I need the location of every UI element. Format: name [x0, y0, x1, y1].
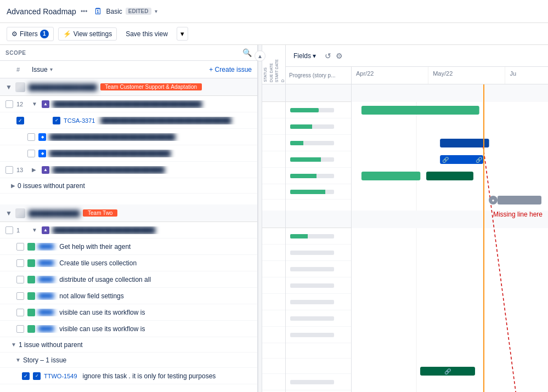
issue-key[interactable]: TCSA-3371: [64, 117, 95, 124]
status-spacer: [262, 200, 285, 211]
issue-key[interactable]: TTWO-1549: [44, 373, 77, 379]
row-num: 1: [16, 227, 32, 234]
row-checkbox[interactable]: [5, 226, 16, 234]
row-checkbox[interactable]: [16, 292, 27, 300]
row-checkbox[interactable]: [27, 150, 38, 157]
row-checkbox[interactable]: [5, 100, 16, 108]
row-checkbox[interactable]: [5, 166, 16, 174]
without-parent-expand-icon-2[interactable]: ▼: [11, 342, 16, 348]
gantt-inner-body: 🔗 🔗: [286, 84, 548, 392]
filters-button[interactable]: ⚙ Filters 1: [7, 27, 54, 41]
issue-type-icon: ▲: [42, 166, 49, 174]
progress-bar-fill: [290, 190, 325, 194]
row-content: ████ visible can use its workflow is: [27, 325, 252, 333]
row-checkbox[interactable]: ✓: [22, 372, 33, 380]
row-content: ████ Get help with their agent: [27, 243, 252, 251]
panel-divider[interactable]: ▲: [258, 45, 262, 392]
group-expand-1[interactable]: ▼: [5, 83, 12, 91]
view-settings-button[interactable]: ⚡ View settings: [58, 27, 117, 41]
without-parent-expand-icon[interactable]: ▶: [11, 183, 15, 189]
issue-text: Create tile users collection: [59, 259, 137, 267]
month-jun: Ju: [505, 67, 548, 84]
save-view-button[interactable]: Save this view: [121, 28, 172, 40]
create-issue-button[interactable]: + Create issue: [209, 66, 252, 73]
row-checkbox[interactable]: [27, 133, 38, 141]
row-content: ▼ ▲ ██████████████████████: [32, 226, 252, 234]
row-checkbox[interactable]: [16, 309, 27, 316]
gantt-bar-ttwo: 🔗: [420, 367, 475, 376]
issue-sort-icon[interactable]: ▾: [50, 66, 53, 72]
progress-bar-row: [286, 374, 351, 390]
issue-text: visible can use its workflow is: [59, 325, 145, 333]
story-label: Story – 1 issue: [23, 356, 66, 364]
status-row: [262, 135, 285, 151]
progress-bar-row: [286, 168, 351, 184]
row-checkbox[interactable]: [16, 243, 27, 251]
collapse-button[interactable]: ▲: [255, 50, 265, 61]
issue-type-icon: [27, 292, 35, 300]
progress-bar-row: [286, 261, 351, 277]
group-row-1: ▼ ████████████████ Team Customer Support…: [0, 78, 257, 96]
more-options-icon[interactable]: •••: [81, 8, 88, 15]
svg-rect-10: [426, 172, 473, 180]
fields-button[interactable]: Fields ▾: [290, 50, 319, 61]
progress-bar-bg: [290, 234, 334, 238]
progress-bar-row: [286, 277, 351, 294]
d-label: D: [281, 79, 285, 82]
issue-key[interactable]: ████: [38, 260, 54, 266]
list-item: ◆ ███████████████████████████: [0, 129, 257, 145]
group-name-2: ████████████: [29, 210, 80, 217]
status-row: [262, 228, 285, 245]
svg-rect-2: [352, 84, 548, 102]
group-row-2: ▼ ████████████ Team Two: [0, 204, 257, 222]
row-checkbox[interactable]: [16, 259, 27, 267]
start-date-label: START DATE: [275, 59, 279, 82]
without-parent-row-2[interactable]: ▼ 1 issue without parent: [0, 337, 257, 353]
row-expand-icon[interactable]: ▶: [32, 167, 38, 173]
without-parent-row-1[interactable]: ▶ 0 issues without parent: [0, 178, 257, 194]
issue-type-icon: ▲: [42, 100, 49, 108]
row-checkbox[interactable]: ✓: [16, 117, 27, 124]
fields-label: Fields: [293, 52, 311, 60]
row-checkbox[interactable]: [16, 276, 27, 283]
svg-text:🔗: 🔗: [476, 156, 483, 163]
progress-bar-bg: [290, 108, 334, 112]
issue-key[interactable]: ████: [38, 276, 54, 282]
issue-type-icon: ◆: [38, 133, 46, 141]
issue-key[interactable]: ████: [38, 309, 54, 315]
issue-key[interactable]: ████: [38, 293, 54, 299]
row-content: ▶ ▲ ████████████████████████: [32, 166, 252, 174]
row-expand-icon[interactable]: ▼: [32, 227, 38, 233]
view-selector[interactable]: 🗓 Basic EDITED ▾: [94, 7, 157, 16]
link-icon: 🔗: [444, 368, 451, 374]
story-row[interactable]: ▼ Story – 1 issue: [0, 353, 257, 368]
months-container: Apr/22 May/22 Ju: [352, 67, 548, 84]
issue-key[interactable]: ████: [38, 243, 54, 249]
group-avatar-1: [15, 82, 25, 92]
redo-button[interactable]: ⚙: [335, 50, 344, 61]
scope-body: ▼ ████████████████ Team Customer Support…: [0, 78, 257, 392]
row-checkbox[interactable]: [16, 325, 27, 333]
story-expand-icon[interactable]: ▼: [15, 357, 21, 363]
filter-icon: ⚙: [12, 30, 18, 38]
view-chevron-icon[interactable]: ▾: [155, 8, 157, 14]
progress-bar-bg: [290, 174, 334, 178]
row-num: 12: [16, 101, 32, 107]
progress-bar-row: [286, 228, 351, 245]
list-item: ████ Create tile users collection: [0, 255, 257, 271]
month-apr: Apr/22: [352, 67, 428, 84]
save-view-dropdown[interactable]: ▾: [177, 27, 188, 41]
row-expand-icon[interactable]: ▼: [32, 101, 38, 107]
undo-button[interactable]: ↺: [324, 50, 332, 61]
group-expand-2[interactable]: ▼: [5, 209, 12, 217]
issue-type-icon: ▲: [42, 226, 49, 234]
issue-key[interactable]: ████: [38, 326, 54, 332]
status-row: [262, 310, 285, 327]
issue-col-header[interactable]: Issue ▾: [32, 66, 209, 73]
issue-text: ████████████████████████████: [100, 117, 231, 124]
spacer: [0, 194, 257, 204]
issue-text: ██████████████████████████: [49, 150, 171, 157]
gantt-body: 🔗 🔗: [262, 84, 548, 392]
search-icon[interactable]: 🔍: [242, 48, 252, 57]
view-icon: 🗓: [94, 7, 103, 16]
